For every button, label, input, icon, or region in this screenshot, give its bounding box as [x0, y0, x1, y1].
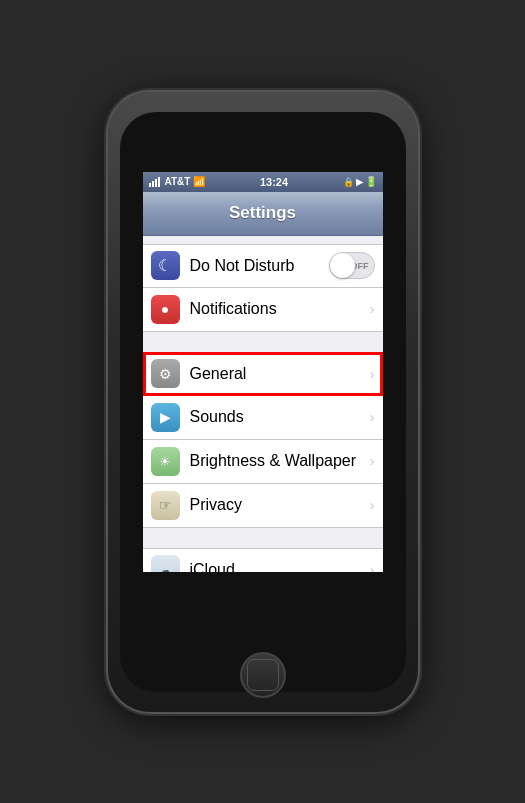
toggle-knob	[330, 253, 355, 278]
row-label-general: General	[190, 365, 366, 383]
home-button[interactable]	[240, 652, 286, 698]
icon-privacy: ☞	[151, 491, 180, 520]
section-gap-3	[143, 528, 383, 548]
phone-device: AT&T 📶 13:24 🔒 ▶ 🔋 Settings	[108, 92, 418, 712]
navigation-bar: Settings	[143, 192, 383, 236]
settings-row-general[interactable]: ⚙ General ›	[143, 352, 383, 396]
gear-icon: ⚙	[159, 366, 172, 382]
icon-notifications: ●	[151, 295, 180, 324]
icon-general: ⚙	[151, 359, 180, 388]
status-time: 13:24	[260, 176, 288, 188]
wifi-icon: 📶	[193, 176, 205, 187]
location-icon: ▶	[356, 177, 363, 187]
icon-sounds: ▶	[151, 403, 180, 432]
icon-icloud: ☁	[151, 555, 180, 572]
row-label-icloud: iCloud	[190, 561, 366, 572]
chevron-brightness: ›	[370, 453, 375, 469]
settings-section-3: ☁ iCloud › ✉ Mail, Contacts, Calendars ›	[143, 548, 383, 572]
settings-row-sounds[interactable]: ▶ Sounds ›	[143, 396, 383, 440]
row-label-privacy: Privacy	[190, 496, 366, 514]
settings-row-icloud[interactable]: ☁ iCloud ›	[143, 548, 383, 572]
section-gap-1	[143, 236, 383, 244]
signal-bars	[149, 177, 160, 187]
toggle-do-not-disturb[interactable]: OFF	[329, 252, 375, 279]
notifications-icon: ●	[161, 301, 169, 317]
settings-list: ☾ Do Not Disturb OFF ●	[143, 236, 383, 572]
row-label-do-not-disturb: Do Not Disturb	[190, 257, 329, 275]
section-gap-2	[143, 332, 383, 352]
home-button-inner	[247, 659, 279, 691]
battery-icon: 🔋	[365, 176, 377, 187]
phone-screen: AT&T 📶 13:24 🔒 ▶ 🔋 Settings	[143, 172, 383, 572]
icon-brightness: ☀	[151, 447, 180, 476]
toggle-switch[interactable]: OFF	[329, 252, 375, 279]
settings-row-do-not-disturb[interactable]: ☾ Do Not Disturb OFF	[143, 244, 383, 288]
chevron-general: ›	[370, 366, 375, 382]
settings-row-notifications[interactable]: ● Notifications ›	[143, 288, 383, 332]
row-label-sounds: Sounds	[190, 408, 366, 426]
chevron-icloud: ›	[370, 562, 375, 572]
row-label-brightness: Brightness & Wallpaper	[190, 452, 366, 470]
chevron-sounds: ›	[370, 409, 375, 425]
icon-do-not-disturb: ☾	[151, 251, 180, 280]
phone-inner-frame: AT&T 📶 13:24 🔒 ▶ 🔋 Settings	[120, 112, 406, 692]
chevron-notifications: ›	[370, 301, 375, 317]
settings-row-privacy[interactable]: ☞ Privacy ›	[143, 484, 383, 528]
settings-row-brightness[interactable]: ☀ Brightness & Wallpaper ›	[143, 440, 383, 484]
privacy-icon: ☞	[159, 497, 172, 513]
moon-icon: ☾	[158, 256, 172, 275]
status-right: 🔒 ▶ 🔋	[343, 176, 377, 187]
settings-section-1: ☾ Do Not Disturb OFF ●	[143, 244, 383, 332]
sounds-icon: ▶	[160, 409, 171, 425]
carrier-name: AT&T	[165, 176, 191, 187]
brightness-icon: ☀	[159, 454, 171, 469]
status-bar: AT&T 📶 13:24 🔒 ▶ 🔋	[143, 172, 383, 192]
nav-title: Settings	[229, 203, 296, 223]
row-label-notifications: Notifications	[190, 300, 366, 318]
lock-icon: 🔒	[343, 177, 354, 187]
chevron-privacy: ›	[370, 497, 375, 513]
icloud-icon: ☁	[158, 562, 172, 572]
settings-section-2: ⚙ General › ▶ Sounds ›	[143, 352, 383, 528]
status-left: AT&T 📶	[149, 176, 206, 187]
